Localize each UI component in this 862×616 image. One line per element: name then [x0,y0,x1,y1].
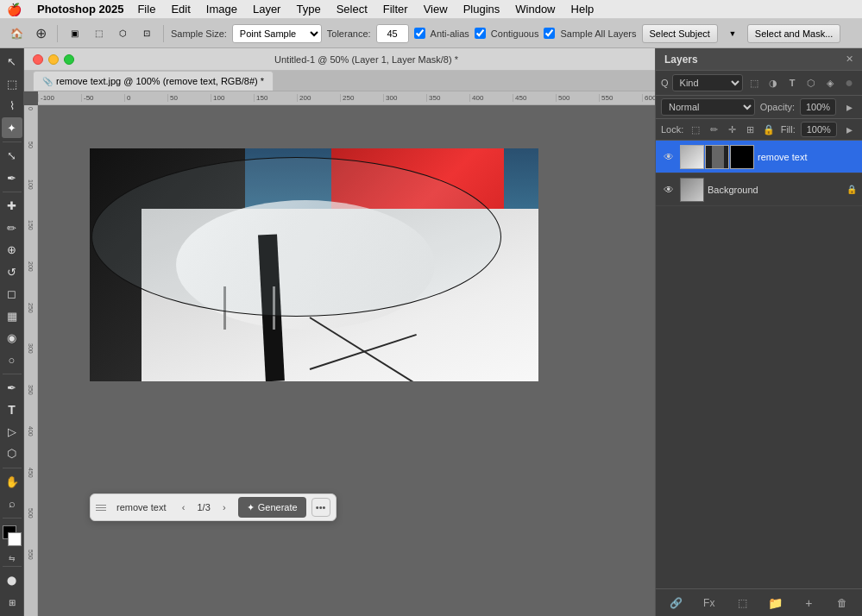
select-subject-btn[interactable]: Select Subject [642,24,718,43]
hand-tool[interactable]: ✋ [2,472,22,492]
tool-d-icon[interactable]: ⊡ [137,24,156,43]
layer-kind-select[interactable]: Kind Name Effect [672,74,743,91]
tool-b-icon[interactable]: ⬚ [89,24,108,43]
tool-options-icon[interactable]: ⊕ [31,24,50,43]
quick-mask-btn[interactable]: ⬤ [2,570,22,590]
tolerance-input[interactable] [376,24,409,43]
layer-visibility-remove-text[interactable]: 👁 [661,149,676,165]
healing-tool[interactable]: ✚ [2,196,22,216]
filter-smart-icon[interactable]: ◈ [822,75,838,91]
image-tab[interactable]: 📎 remove text.jpg @ 100% (remove text, R… [33,71,274,91]
filter-type-icon[interactable]: T [784,75,800,91]
lock-transparency-icon[interactable]: ⬚ [689,123,702,136]
sample-size-select[interactable]: Point Sample 3 by 3 Average 5 by 5 Avera… [232,24,322,43]
ai-generate-btn[interactable]: ✦ Generate [238,497,306,518]
filter-shape-icon[interactable]: ⬡ [803,75,819,91]
lock-all-icon[interactable]: 🔒 [762,123,775,136]
workspace[interactable]: remove text ‹ 1/3 › ✦ Generate ••• [38,105,655,616]
menu-filter[interactable]: Filter [381,3,410,16]
ai-next-btn[interactable]: › [216,499,233,516]
menu-type[interactable]: Type [294,3,322,16]
anti-alias-checkbox[interactable] [414,28,425,39]
magic-wand-tool[interactable]: ✦ [2,117,22,137]
apple-menu[interactable]: 🍎 [7,3,22,16]
new-group-btn[interactable]: 📁 [766,594,785,613]
fill-expand[interactable]: ▸ [842,122,857,137]
blend-mode-select[interactable]: Normal Multiply Screen Overlay [661,98,755,116]
path-select-tool[interactable]: ▷ [2,422,22,442]
opacity-input[interactable] [800,98,836,116]
screen-mode-btn[interactable]: ⊞ [2,592,22,612]
panel-close-btn[interactable]: ✕ [846,53,853,65]
pen-tool[interactable]: ✒ [2,378,22,398]
menu-view[interactable]: View [422,3,450,16]
layer-thumb-mask [705,145,729,169]
zoom-tool[interactable]: ⌕ [2,493,22,513]
filter-dot[interactable]: ● [841,75,857,91]
kind-label: Q [661,78,669,88]
link-layers-btn[interactable]: 🔗 [666,594,685,613]
contiguous-checkbox[interactable] [475,28,486,39]
opacity-expand[interactable]: ▸ [841,99,857,115]
sample-all-label: Sample All Layers [560,28,636,39]
menu-select[interactable]: Select [335,3,369,16]
gradient-tool[interactable]: ▦ [2,305,22,325]
lasso-tool[interactable]: ⌇ [2,96,22,116]
tab-title: remove text.jpg @ 100% (remove text, RGB… [56,76,264,86]
menu-layer[interactable]: Layer [251,3,283,16]
type-tool[interactable]: T [2,399,22,419]
menu-image[interactable]: Image [204,3,239,16]
tool-c-icon[interactable]: ⬡ [113,24,132,43]
menu-edit[interactable]: Edit [169,3,192,16]
selection-marquee [91,157,501,317]
lock-move-icon[interactable]: ✛ [726,123,739,136]
swap-colors-btn[interactable]: ⇆ [9,554,16,563]
brush-tool[interactable]: ✏ [2,217,22,237]
add-style-btn[interactable]: Fx [700,594,719,613]
crop-tool[interactable]: ⤡ [2,146,22,166]
menu-bar: 🍎 Photoshop 2025 File Edit Image Layer T… [0,0,862,19]
filter-icons: ⬚ ◑ T ⬡ ◈ [746,75,838,91]
fill-input[interactable] [801,122,837,137]
menu-plugins[interactable]: Plugins [462,3,502,16]
lock-paint-icon[interactable]: ✏ [708,123,720,136]
layer-visibility-background[interactable]: 👁 [661,182,676,198]
menu-window[interactable]: Window [513,3,557,16]
delete-layer-btn[interactable]: 🗑 [833,594,852,613]
tool-a-icon[interactable]: ▣ [65,24,84,43]
sample-all-checkbox[interactable] [544,28,555,39]
window-close-btn[interactable] [33,54,43,65]
layer-thumbs [680,145,754,169]
window-maximize-btn[interactable] [64,54,74,65]
menu-file[interactable]: File [135,3,157,16]
stamp-tool[interactable]: ⊕ [2,240,22,260]
shape-tool[interactable]: ⬡ [2,443,22,463]
menu-help[interactable]: Help [569,3,596,16]
select-mask-btn[interactable]: Select and Mask... [747,24,841,43]
filter-pixel-icon[interactable]: ⬚ [746,75,762,91]
new-layer-btn[interactable]: + [799,594,818,613]
layer-item-background[interactable]: 👁 Background 🔒 [656,173,862,206]
select-rect-tool[interactable]: ⬚ [2,73,22,93]
layers-panel: Layers ✕ Q Kind Name Effect ⬚ ◑ T ⬡ ◈ ● … [655,48,862,616]
move-tool[interactable]: ↖ [2,52,22,72]
ai-toolbar-handle[interactable] [96,505,106,511]
ai-prev-btn[interactable]: ‹ [174,499,192,516]
eraser-tool[interactable]: ◻ [2,284,22,304]
window-minimize-btn[interactable] [48,54,59,65]
ps-home-icon[interactable]: 🏠 [7,24,26,43]
history-brush-tool[interactable]: ↺ [2,261,22,281]
dodge-tool[interactable]: ○ [2,349,22,369]
ai-more-btn[interactable]: ••• [311,498,330,517]
filter-adjustment-icon[interactable]: ◑ [765,75,781,91]
lock-artboard-icon[interactable]: ⊞ [744,123,757,136]
eyedropper-tool[interactable]: ✒ [2,167,22,187]
add-mask-btn[interactable]: ⬚ [733,594,752,613]
lock-row: Lock: ⬚ ✏ ✛ ⊞ 🔒 Fill: ▸ [656,119,862,141]
color-swatches[interactable] [1,525,23,549]
background-color[interactable] [8,532,22,546]
blur-tool[interactable]: ◉ [2,328,22,348]
opacity-label: Opacity: [760,102,795,112]
layer-item-remove-text[interactable]: 👁 remove text [656,141,862,173]
select-subject-dropdown[interactable]: ▼ [723,24,742,43]
